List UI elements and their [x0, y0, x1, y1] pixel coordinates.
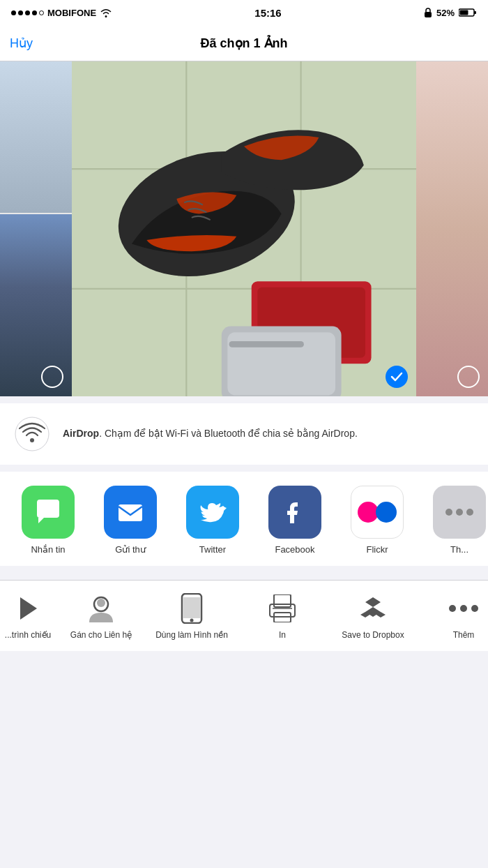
- assign-contact-label: Gán cho Liên hệ: [70, 630, 132, 641]
- checkmark-icon: [390, 372, 403, 382]
- battery-icon: [459, 8, 477, 17]
- photo-right[interactable]: [416, 61, 488, 396]
- more-share-label: Th...: [450, 544, 468, 555]
- more-dots: [445, 509, 473, 516]
- wallpaper-label: Dùng làm Hình nền: [155, 630, 228, 641]
- status-time: 15:16: [254, 7, 281, 19]
- photo-strip: [0, 61, 488, 396]
- svg-rect-13: [229, 341, 304, 347]
- photo-building[interactable]: [0, 61, 72, 213]
- svg-point-28: [460, 605, 467, 612]
- airdrop-desc-text: . Chạm để bật Wi-Fi và Bluetooth để chia…: [99, 428, 358, 439]
- ellipsis-icon: [448, 604, 479, 613]
- svg-point-29: [471, 605, 478, 612]
- share-item-twitter[interactable]: Twitter: [171, 486, 254, 555]
- phone-icon: [181, 593, 203, 624]
- facebook-icon[interactable]: [268, 486, 321, 539]
- status-bar: MOBIFONE 15:16 52%: [0, 0, 488, 25]
- more-share-icon[interactable]: [433, 486, 486, 539]
- messages-label: Nhắn tin: [31, 544, 65, 555]
- facebook-f-icon: [280, 497, 310, 527]
- airdrop-name: AirDrop: [63, 428, 99, 439]
- messages-icon[interactable]: [22, 486, 75, 539]
- carrier-label: MOBIFONE: [47, 8, 96, 18]
- svg-point-16: [30, 438, 34, 442]
- play-icon: [17, 596, 38, 621]
- action-dropbox[interactable]: Save to Dropbox: [328, 592, 418, 641]
- share-item-more-partial[interactable]: Th...: [418, 486, 488, 555]
- flickr-dot-blue: [376, 502, 397, 523]
- share-apps-row: Nhắn tin Gửi thư Twitter Facebook: [0, 472, 488, 566]
- dropbox-label: Save to Dropbox: [342, 630, 404, 641]
- print-label: In: [279, 630, 286, 641]
- action-more[interactable]: Thêm: [418, 592, 488, 641]
- twitter-bird-icon: [197, 496, 229, 528]
- divider: [0, 566, 488, 573]
- photo-select-circle[interactable]: [41, 366, 63, 388]
- signal-dots: [11, 10, 44, 15]
- svg-rect-3: [460, 10, 468, 15]
- twitter-label: Twitter: [199, 544, 226, 555]
- more-action-label: Thêm: [453, 630, 475, 641]
- ellipsis-icon-wrap: [447, 592, 480, 625]
- action-slideshow-partial[interactable]: ...trình chiếu: [0, 592, 56, 641]
- action-print[interactable]: In: [237, 592, 328, 641]
- lock-icon: [424, 8, 432, 17]
- mail-label: Gửi thư: [115, 544, 145, 555]
- share-item-messages[interactable]: Nhắn tin: [7, 486, 89, 555]
- dropbox-icon-wrap: [356, 592, 390, 625]
- airdrop-icon: [14, 416, 50, 452]
- dropbox-icon: [358, 593, 388, 624]
- print-icon-wrap: [266, 592, 299, 625]
- share-item-facebook[interactable]: Facebook: [254, 486, 336, 555]
- photo-crowd[interactable]: [0, 214, 72, 396]
- svg-rect-17: [119, 504, 142, 521]
- flickr-icon[interactable]: [351, 486, 404, 539]
- airdrop-description: AirDrop. Chạm để bật Wi-Fi và Bluetooth …: [63, 427, 358, 441]
- photo-right-select-circle[interactable]: [457, 366, 480, 388]
- svg-rect-0: [425, 12, 432, 17]
- svg-point-22: [190, 619, 194, 622]
- svg-point-15: [15, 417, 49, 451]
- action-wallpaper[interactable]: Dùng làm Hình nền: [146, 592, 237, 641]
- svg-point-19: [97, 599, 105, 607]
- status-left: MOBIFONE: [11, 8, 112, 18]
- contact-icon: [86, 593, 116, 624]
- airdrop-section[interactable]: AirDrop. Chạm để bật Wi-Fi và Bluetooth …: [0, 403, 488, 465]
- photo-side-left: [0, 61, 72, 396]
- photo-main-selected[interactable]: [72, 61, 416, 396]
- cancel-button[interactable]: Hủy: [10, 36, 33, 51]
- share-item-mail[interactable]: Gửi thư: [89, 486, 171, 555]
- slideshow-icon-wrap: [11, 592, 45, 625]
- message-bubble-icon: [33, 497, 63, 527]
- print-icon: [267, 594, 298, 622]
- photo-selected-badge[interactable]: [386, 366, 408, 388]
- status-right: 52%: [424, 8, 477, 18]
- svg-rect-21: [183, 597, 200, 618]
- mail-envelope-icon: [115, 497, 146, 527]
- wifi-icon: [100, 8, 112, 17]
- action-row: ...trình chiếu Gán cho Liên hệ Dùng làm …: [0, 580, 488, 651]
- nav-bar: Hủy Đã chọn 1 Ảnh: [0, 25, 488, 61]
- bottom-spacer: [0, 651, 488, 693]
- svg-rect-2: [474, 11, 476, 14]
- flickr-dots: [358, 502, 397, 523]
- facebook-label: Facebook: [275, 544, 314, 555]
- svg-point-27: [449, 605, 456, 612]
- slideshow-label: ...trình chiếu: [5, 630, 51, 641]
- share-item-flickr[interactable]: Flickr: [336, 486, 418, 555]
- flickr-label: Flickr: [366, 544, 388, 555]
- contact-icon-wrap: [84, 592, 118, 625]
- action-assign-contact[interactable]: Gán cho Liên hệ: [56, 592, 146, 641]
- svg-rect-23: [274, 594, 291, 607]
- mail-icon[interactable]: [104, 486, 157, 539]
- battery-percent: 52%: [436, 8, 455, 18]
- twitter-icon[interactable]: [186, 486, 239, 539]
- phone-icon-wrap: [175, 592, 208, 625]
- nav-title: Đã chọn 1 Ảnh: [200, 36, 287, 51]
